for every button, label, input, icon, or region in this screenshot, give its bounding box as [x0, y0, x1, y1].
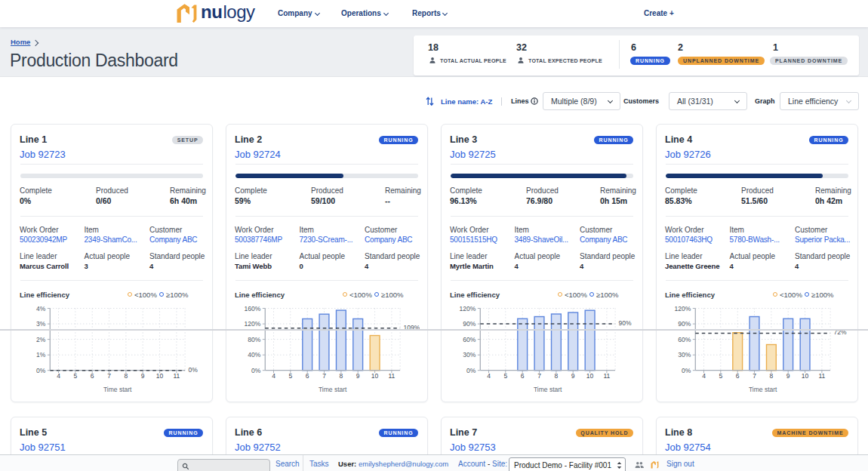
svg-text:6: 6 — [521, 372, 525, 380]
svg-text:10: 10 — [156, 372, 164, 380]
svg-text:0%: 0% — [189, 366, 199, 374]
svg-text:nu: nu — [201, 3, 222, 22]
svg-text:30%: 30% — [463, 351, 476, 359]
svg-text:5: 5 — [719, 372, 722, 380]
svg-text:5: 5 — [503, 372, 507, 380]
svg-text:1%: 1% — [36, 351, 46, 359]
svg-text:5: 5 — [73, 372, 77, 380]
svg-text:logy: logy — [223, 3, 256, 22]
svg-text:90%: 90% — [678, 320, 691, 328]
svg-text:Time start: Time start — [103, 386, 132, 393]
svg-text:4: 4 — [57, 372, 60, 380]
svg-text:2%: 2% — [36, 336, 46, 343]
svg-text:3%: 3% — [36, 320, 46, 328]
svg-text:8: 8 — [125, 372, 128, 380]
svg-text:Time start: Time start — [749, 386, 777, 393]
svg-text:9: 9 — [356, 372, 360, 380]
svg-text:0%: 0% — [251, 367, 261, 374]
svg-text:60%: 60% — [463, 336, 476, 343]
svg-text:5: 5 — [288, 372, 292, 380]
svg-text:60%: 60% — [678, 336, 691, 343]
svg-text:0%: 0% — [36, 367, 46, 374]
svg-text:80%: 80% — [248, 336, 260, 343]
svg-text:7: 7 — [107, 372, 111, 380]
svg-text:7: 7 — [753, 372, 756, 380]
svg-text:7: 7 — [537, 372, 541, 380]
svg-text:10: 10 — [586, 372, 594, 380]
svg-text:90%: 90% — [463, 320, 476, 328]
svg-text:30%: 30% — [678, 351, 691, 359]
svg-text:6: 6 — [91, 372, 94, 380]
svg-text:7: 7 — [322, 372, 326, 380]
svg-text:9: 9 — [571, 372, 575, 380]
svg-text:0%: 0% — [466, 367, 476, 374]
svg-text:8: 8 — [555, 372, 559, 380]
svg-text:10: 10 — [802, 372, 809, 380]
svg-text:9: 9 — [786, 372, 790, 380]
svg-text:4: 4 — [487, 372, 491, 380]
svg-text:90%: 90% — [619, 319, 632, 327]
svg-text:40%: 40% — [248, 351, 260, 359]
svg-text:160%: 160% — [245, 305, 261, 312]
svg-text:11: 11 — [603, 372, 610, 380]
svg-text:4%: 4% — [36, 305, 46, 312]
svg-text:120%: 120% — [460, 305, 476, 312]
svg-text:9: 9 — [141, 372, 145, 380]
svg-text:11: 11 — [818, 372, 825, 380]
svg-text:120%: 120% — [675, 305, 691, 312]
svg-text:Time start: Time start — [534, 386, 562, 393]
svg-text:6: 6 — [736, 372, 740, 380]
svg-text:8: 8 — [770, 372, 774, 380]
svg-text:6: 6 — [306, 372, 309, 380]
svg-text:11: 11 — [388, 372, 395, 380]
svg-text:Time start: Time start — [319, 386, 347, 393]
svg-text:4: 4 — [272, 372, 275, 380]
svg-text:0%: 0% — [682, 367, 691, 374]
svg-text:8: 8 — [340, 372, 343, 380]
svg-text:10: 10 — [371, 372, 379, 380]
svg-text:4: 4 — [702, 372, 706, 380]
svg-text:11: 11 — [173, 372, 180, 380]
svg-text:120%: 120% — [245, 320, 261, 328]
